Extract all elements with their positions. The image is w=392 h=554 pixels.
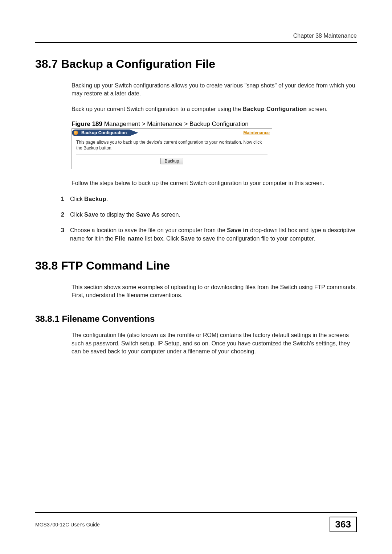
text: .: [106, 196, 108, 202]
text: Click: [70, 212, 84, 218]
step-text: Click Backup.: [70, 195, 108, 203]
ui-term-save-as: Save As: [136, 212, 160, 218]
para-38-7-3: Follow the steps below to back up the cu…: [72, 179, 357, 187]
para-38-8-1: This section shows some examples of uplo…: [72, 283, 357, 300]
step-number: 1: [58, 195, 64, 203]
figure-label: Figure 189: [72, 120, 102, 127]
text: list box. Click: [143, 235, 180, 242]
tab-icon: [74, 131, 78, 135]
step-3: 3 Choose a location to save the file on …: [72, 226, 357, 243]
screenshot-backup-configuration: Backup Configuration Maintenance This pa…: [72, 128, 272, 169]
tab-shape: Backup Configuration: [72, 129, 138, 136]
screenshot-header: Backup Configuration Maintenance: [72, 129, 272, 136]
maintenance-link[interactable]: Maintenance: [243, 130, 270, 135]
step-2: 2 Click Save to display the Save As scre…: [72, 210, 357, 219]
step-text: Click Save to display the Save As screen…: [70, 210, 180, 219]
section-heading-38-7: 38.7 Backup a Configuration File: [35, 57, 357, 71]
tab-right-cap: [130, 130, 138, 136]
text: screen.: [160, 212, 180, 218]
header-rule: [35, 42, 357, 43]
guide-name: MGS3700-12C User's Guide: [35, 522, 100, 528]
ui-term-backup: Backup: [84, 196, 106, 202]
screenshot-divider: [76, 155, 268, 155]
backup-button-row: Backup: [76, 158, 268, 164]
step-1: 1 Click Backup.: [72, 195, 357, 203]
step-number: 3: [58, 226, 64, 243]
backup-button[interactable]: Backup: [160, 158, 183, 164]
subsection-heading-38-8-1: 38.8.1 Filename Conventions: [35, 314, 357, 324]
para-text: Back up your current Switch configuratio…: [72, 106, 242, 112]
ui-term-save2: Save: [180, 235, 195, 242]
screenshot-body: This page allows you to back up the devi…: [72, 136, 272, 169]
tab-left-cap: [72, 130, 80, 136]
tab-title: Backup Configuration: [80, 130, 130, 136]
text: Choose a location to save the file on yo…: [70, 227, 227, 233]
text: to save the configuration file to your c…: [195, 235, 315, 242]
para-38-7-1: Backing up your Switch configurations al…: [72, 82, 357, 98]
para-38-7-2: Back up your current Switch configuratio…: [72, 105, 357, 113]
footer-row: MGS3700-12C User's Guide 363: [35, 517, 357, 532]
para-38-8-1-1: The configuration file (also known as th…: [72, 331, 357, 356]
ui-term-save: Save: [84, 212, 98, 218]
footer-rule: [35, 512, 357, 513]
chapter-header: Chapter 38 Maintenance: [35, 33, 357, 39]
section-heading-38-8: 38.8 FTP Command Line: [35, 259, 357, 272]
figure-caption-text: Management > Maintenance > Backup Config…: [102, 120, 249, 127]
step-text: Choose a location to save the file on yo…: [70, 226, 357, 243]
screenshot-description: This page allows you to back up the devi…: [76, 140, 268, 151]
numbered-steps: 1 Click Backup. 2 Click Save to display …: [72, 195, 357, 243]
step-number: 2: [58, 210, 64, 219]
ui-term-save-in: Save in: [227, 227, 249, 233]
ui-term-backup-configuration: Backup Configuration: [242, 106, 307, 112]
para-text: screen.: [307, 106, 327, 112]
figure-caption: Figure 189 Management > Maintenance > Ba…: [72, 120, 357, 128]
text: to display the: [98, 212, 136, 218]
page-footer: MGS3700-12C User's Guide 363: [35, 512, 357, 532]
page-number: 363: [330, 517, 357, 532]
text: Click: [70, 196, 84, 202]
ui-term-file-name: File name: [115, 235, 143, 242]
